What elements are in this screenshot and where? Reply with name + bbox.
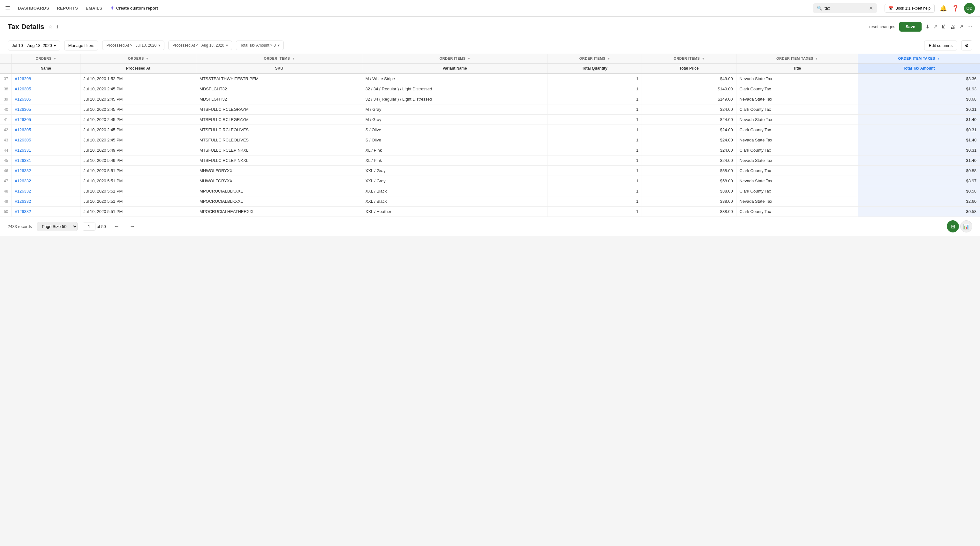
group-order-items-3[interactable]: ORDER ITEMS ▾ bbox=[547, 54, 642, 64]
cell-title: Nevada State Tax bbox=[736, 196, 858, 207]
table-wrapper: ORDERS ▾ ORDERS ▾ ORDER ITEMS ▾ ORDER IT… bbox=[0, 54, 980, 217]
table-row: 40 #126305 Jul 10, 2020 2:45 PM MTSFULLC… bbox=[0, 104, 980, 115]
cell-total-quantity: 1 bbox=[547, 94, 642, 104]
next-page-button[interactable]: → bbox=[127, 223, 138, 231]
cell-total-quantity: 1 bbox=[547, 125, 642, 135]
cell-variant-name: 32 / 34 ( Regular ) / Light Distressed bbox=[362, 84, 547, 94]
cell-title: Clark County Tax bbox=[736, 125, 858, 135]
date-range-button[interactable]: Jul 10 – Aug 18, 2020 ▾ bbox=[8, 41, 60, 51]
filter-chip-1[interactable]: Processed At >= Jul 10, 2020 ▾ bbox=[102, 41, 164, 50]
sort-icon: ▾ bbox=[608, 57, 610, 60]
nav-reports[interactable]: REPORTS bbox=[57, 6, 78, 11]
schedule-icon[interactable]: 🗓 bbox=[941, 24, 947, 30]
pagination-bar: 2483 records Page Size 50 Page Size 25 P… bbox=[0, 217, 980, 236]
info-icon[interactable]: ℹ bbox=[57, 24, 58, 29]
page-input[interactable] bbox=[83, 223, 95, 231]
print-icon[interactable]: 🖨 bbox=[950, 24, 955, 30]
share-icon[interactable]: ↗ bbox=[933, 24, 937, 30]
cell-processed-at: Jul 10, 2020 5:49 PM bbox=[80, 145, 196, 156]
search-input[interactable] bbox=[824, 6, 866, 11]
cell-total-tax-amount: $0.88 bbox=[858, 166, 980, 176]
search-icon: 🔍 bbox=[817, 6, 822, 11]
cell-processed-at: Jul 10, 2020 1:52 PM bbox=[80, 73, 196, 84]
filter-chip-3[interactable]: Total Tax Amount > 0 ▾ bbox=[236, 41, 284, 50]
notifications-button[interactable]: 🔔 bbox=[940, 5, 947, 12]
col-total-quantity[interactable]: Total Quantity bbox=[547, 64, 642, 74]
cell-processed-at: Jul 10, 2020 2:45 PM bbox=[80, 115, 196, 125]
nav-dashboards[interactable]: DASHBOARDS bbox=[18, 6, 49, 11]
col-title[interactable]: Title bbox=[736, 64, 858, 74]
settings-button[interactable]: ⚙ bbox=[961, 40, 972, 51]
cell-name: #126332 bbox=[11, 196, 80, 207]
download-icon[interactable]: ⬇ bbox=[926, 24, 929, 30]
cell-total-quantity: 1 bbox=[547, 145, 642, 156]
page-size-select[interactable]: Page Size 50 Page Size 25 Page Size 100 bbox=[37, 222, 78, 231]
table-row: 48 #126332 Jul 10, 2020 5:51 PM MPOCRUCI… bbox=[0, 186, 980, 196]
table-view-button[interactable]: ⊞ bbox=[947, 220, 959, 232]
group-order-items-4[interactable]: ORDER ITEMS ▾ bbox=[642, 54, 737, 64]
cell-total-quantity: 1 bbox=[547, 166, 642, 176]
chevron-down-icon: ▾ bbox=[54, 43, 56, 48]
save-button[interactable]: Save bbox=[899, 22, 921, 32]
cell-variant-name: XXL / Heather bbox=[362, 207, 547, 217]
cell-total-quantity: 1 bbox=[547, 135, 642, 145]
create-report-button[interactable]: ✦ Create custom report bbox=[110, 5, 158, 11]
cell-name: #126331 bbox=[11, 145, 80, 156]
search-bar: 🔍 ✕ bbox=[813, 3, 877, 13]
col-name[interactable]: Name bbox=[11, 64, 80, 74]
edit-columns-button[interactable]: Edit columns bbox=[924, 41, 957, 51]
group-orders-2[interactable]: ORDERS ▾ bbox=[80, 54, 196, 64]
filter-chip-2[interactable]: Processed At <= Aug 18, 2020 ▾ bbox=[168, 41, 232, 50]
cell-processed-at: Jul 10, 2020 2:45 PM bbox=[80, 125, 196, 135]
avatar[interactable]: OD bbox=[964, 3, 975, 14]
help-button[interactable]: ❓ bbox=[952, 5, 959, 12]
cell-total-price: $49.00 bbox=[642, 73, 737, 84]
chart-view-button[interactable]: 📊 bbox=[960, 220, 972, 232]
group-order-item-taxes-2[interactable]: ORDER ITEM TAXES ▾ bbox=[858, 54, 980, 64]
reset-button[interactable]: reset changes bbox=[869, 24, 896, 29]
cell-total-quantity: 1 bbox=[547, 104, 642, 115]
manage-filters-button[interactable]: Manage filters bbox=[64, 41, 99, 51]
group-orders-1[interactable]: ORDERS ▾ bbox=[11, 54, 80, 64]
cell-total-tax-amount: $0.31 bbox=[858, 104, 980, 115]
favorite-icon[interactable]: ☆ bbox=[48, 24, 52, 30]
sort-icon: ▾ bbox=[293, 57, 294, 60]
row-number: 43 bbox=[0, 135, 11, 145]
col-total-price[interactable]: Total Price bbox=[642, 64, 737, 74]
cell-sku: MTSFULLCIRCLEPINKXL bbox=[196, 156, 362, 166]
cell-total-quantity: 1 bbox=[547, 186, 642, 196]
group-order-items-1[interactable]: ORDER ITEMS ▾ bbox=[196, 54, 362, 64]
cell-variant-name: M / Gray bbox=[362, 115, 547, 125]
cell-title: Clark County Tax bbox=[736, 84, 858, 94]
row-number: 49 bbox=[0, 196, 11, 207]
more-options-icon[interactable]: ⋯ bbox=[967, 24, 972, 30]
cell-total-quantity: 1 bbox=[547, 156, 642, 166]
cell-total-tax-amount: $1.40 bbox=[858, 135, 980, 145]
group-order-items-2[interactable]: ORDER ITEMS ▾ bbox=[362, 54, 547, 64]
cell-sku: MDSFLGHT32 bbox=[196, 84, 362, 94]
cell-title: Clark County Tax bbox=[736, 145, 858, 156]
prev-page-button[interactable]: ← bbox=[111, 223, 122, 231]
col-processed-at[interactable]: Processed At bbox=[80, 64, 196, 74]
cell-sku: MTSFULLCIRCLEPINKXL bbox=[196, 145, 362, 156]
search-clear-icon[interactable]: ✕ bbox=[869, 5, 873, 11]
cell-processed-at: Jul 10, 2020 2:45 PM bbox=[80, 84, 196, 94]
group-orders-2-label: ORDERS bbox=[128, 57, 144, 60]
group-order-item-taxes-1[interactable]: ORDER ITEM TAXES ▾ bbox=[736, 54, 858, 64]
cell-variant-name: XXL / Gray bbox=[362, 176, 547, 186]
book-expert-button[interactable]: 📅 Book 1:1 expert help bbox=[885, 4, 935, 13]
col-total-tax-amount[interactable]: Total Tax Amount bbox=[858, 64, 980, 74]
cell-title: Nevada State Tax bbox=[736, 156, 858, 166]
column-sub-header-row: Name Processed At SKU Variant Name Total… bbox=[0, 64, 980, 74]
external-link-icon[interactable]: ↗ bbox=[959, 24, 963, 30]
sort-icon: ▾ bbox=[146, 57, 148, 60]
data-table: ORDERS ▾ ORDERS ▾ ORDER ITEMS ▾ ORDER IT… bbox=[0, 54, 980, 217]
page-header-actions: reset changes Save ⬇ ↗ 🗓 🖨 ↗ ⋯ bbox=[869, 22, 972, 32]
col-variant-name[interactable]: Variant Name bbox=[362, 64, 547, 74]
cell-processed-at: Jul 10, 2020 5:51 PM bbox=[80, 196, 196, 207]
hamburger-icon[interactable]: ☰ bbox=[5, 5, 10, 12]
nav-emails[interactable]: EMAILS bbox=[86, 6, 102, 11]
col-sku[interactable]: SKU bbox=[196, 64, 362, 74]
group-orders-1-label: ORDERS bbox=[35, 57, 51, 60]
cell-variant-name: XL / Pink bbox=[362, 145, 547, 156]
